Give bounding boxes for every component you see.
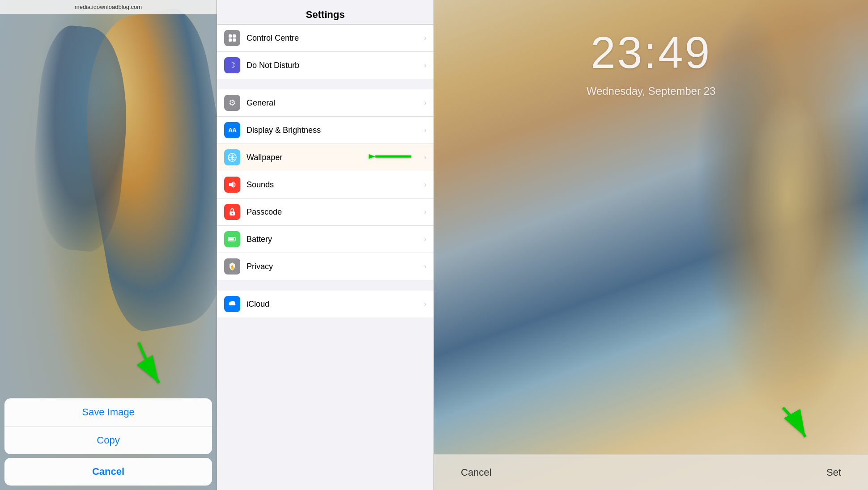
- save-image-button[interactable]: Save Image: [4, 398, 212, 427]
- privacy-icon: ✋: [224, 258, 240, 275]
- settings-row-passcode[interactable]: Passcode ›: [217, 199, 434, 226]
- settings-row-general[interactable]: ⚙ General ›: [217, 89, 434, 117]
- settings-section-2: ⚙ General › AA Display & Brightness ›: [217, 89, 434, 280]
- do-not-disturb-chevron: ›: [424, 61, 426, 69]
- arrow-set-button: [774, 403, 814, 445]
- icloud-icon: [224, 296, 240, 312]
- svg-rect-15: [229, 238, 234, 241]
- cancel-button[interactable]: Cancel: [4, 458, 212, 486]
- settings-section-1: Control Centre › ☽ Do Not Disturb ›: [217, 25, 434, 79]
- svg-rect-14: [235, 238, 236, 240]
- sounds-chevron: ›: [424, 181, 426, 189]
- do-not-disturb-label: Do Not Disturb: [247, 61, 424, 70]
- settings-section-3: iCloud ›: [217, 291, 434, 317]
- action-sheet-main: Save Image Copy: [4, 398, 212, 454]
- lock-screen-time: 23:49: [434, 27, 868, 78]
- general-icon: ⚙: [224, 95, 240, 111]
- panel2-settings: Settings Control Centre ›: [217, 0, 434, 490]
- settings-row-battery[interactable]: Battery ›: [217, 226, 434, 253]
- battery-chevron: ›: [424, 235, 426, 243]
- wallpaper-chevron: ›: [424, 153, 426, 161]
- display-brightness-label: Display & Brightness: [247, 126, 424, 135]
- display-brightness-chevron: ›: [424, 126, 426, 134]
- passcode-chevron: ›: [424, 208, 426, 216]
- settings-row-control-centre[interactable]: Control Centre ›: [217, 25, 434, 52]
- settings-title: Settings: [306, 9, 345, 20]
- settings-list[interactable]: Control Centre › ☽ Do Not Disturb › ⚙ Ge…: [217, 25, 434, 490]
- privacy-chevron: ›: [424, 262, 426, 270]
- settings-row-wallpaper[interactable]: Wallpaper ›: [217, 144, 434, 171]
- control-centre-chevron: ›: [424, 34, 426, 42]
- url-text: media.idownloadblog.com: [75, 4, 142, 10]
- svg-rect-4: [233, 38, 236, 42]
- settings-row-privacy[interactable]: ✋ Privacy ›: [217, 253, 434, 280]
- panel1-share-sheet: media.idownloadblog.com Save Image Copy …: [0, 0, 217, 490]
- general-label: General: [247, 98, 424, 108]
- lock-cancel-button[interactable]: Cancel: [461, 467, 491, 478]
- icloud-chevron: ›: [424, 300, 426, 308]
- svg-point-12: [232, 213, 233, 215]
- lock-screen-date: Wednesday, September 23: [434, 85, 868, 97]
- svg-rect-2: [233, 34, 236, 38]
- settings-row-display-brightness[interactable]: AA Display & Brightness ›: [217, 117, 434, 144]
- section-gap-1: [217, 79, 434, 89]
- svg-text:✋: ✋: [230, 265, 235, 270]
- privacy-label: Privacy: [247, 262, 424, 271]
- wallpaper-icon: [224, 149, 240, 165]
- settings-header: Settings: [217, 0, 434, 25]
- settings-row-sounds[interactable]: Sounds ›: [217, 171, 434, 199]
- settings-row-icloud[interactable]: iCloud ›: [217, 291, 434, 317]
- do-not-disturb-icon: ☽: [224, 57, 240, 73]
- battery-icon: [224, 231, 240, 247]
- display-brightness-icon: AA: [224, 122, 240, 138]
- svg-rect-1: [229, 34, 232, 38]
- settings-row-do-not-disturb[interactable]: ☽ Do Not Disturb ›: [217, 52, 434, 79]
- sounds-label: Sounds: [247, 180, 424, 190]
- svg-point-8: [231, 156, 234, 159]
- arrow-wallpaper: [369, 148, 413, 167]
- action-sheet: Save Image Copy Cancel: [0, 395, 217, 490]
- passcode-label: Passcode: [247, 207, 424, 217]
- arrow-save-image: [134, 338, 170, 392]
- url-bar: media.idownloadblog.com: [0, 0, 217, 14]
- passcode-icon: [224, 204, 240, 220]
- icloud-label: iCloud: [247, 300, 424, 309]
- control-centre-label: Control Centre: [247, 34, 424, 43]
- lock-set-button[interactable]: Set: [826, 467, 841, 478]
- section-gap-2: [217, 280, 434, 291]
- svg-marker-10: [229, 182, 234, 188]
- copy-button[interactable]: Copy: [4, 427, 212, 454]
- lock-screen-bottom-bar: Cancel Set: [434, 454, 868, 490]
- sounds-icon: [224, 177, 240, 193]
- battery-label: Battery: [247, 235, 424, 244]
- panel3-lock-screen: 23:49 Wednesday, September 23 Cancel Set: [434, 0, 868, 490]
- svg-rect-3: [229, 38, 232, 42]
- general-chevron: ›: [424, 99, 426, 107]
- control-centre-icon: [224, 30, 240, 46]
